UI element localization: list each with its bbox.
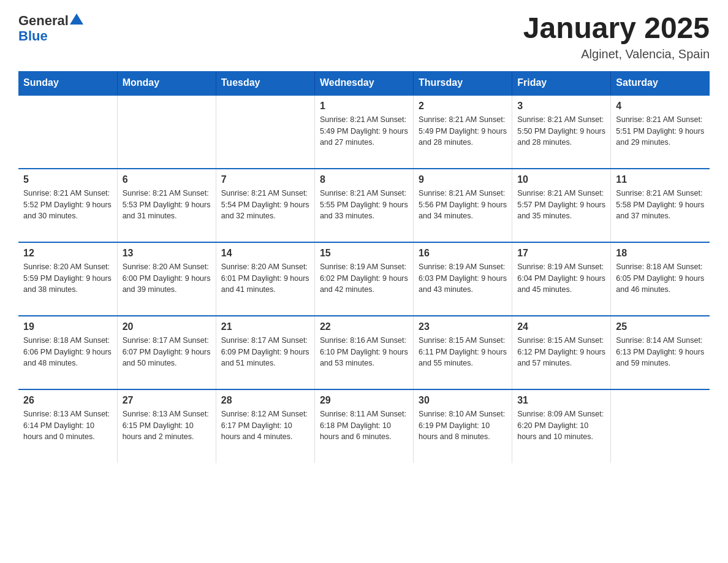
svg-marker-0 (70, 13, 83, 25)
calendar-cell: 29Sunrise: 8:11 AM Sunset: 6:18 PM Dayli… (314, 389, 413, 463)
calendar-title: January 2025 (523, 12, 710, 45)
day-info: Sunrise: 8:21 AM Sunset: 5:55 PM Dayligh… (320, 188, 408, 222)
day-number: 7 (221, 174, 309, 185)
day-number: 5 (23, 174, 112, 185)
day-number: 28 (221, 395, 309, 406)
day-number: 8 (320, 174, 408, 185)
day-info: Sunrise: 8:09 AM Sunset: 6:20 PM Dayligh… (517, 408, 605, 443)
day-info: Sunrise: 8:17 AM Sunset: 6:07 PM Dayligh… (123, 335, 211, 369)
day-info: Sunrise: 8:19 AM Sunset: 6:04 PM Dayligh… (517, 261, 605, 296)
calendar-week-row: 5Sunrise: 8:21 AM Sunset: 5:52 PM Daylig… (18, 169, 710, 242)
weekday-header-thursday: Thursday (414, 71, 512, 95)
calendar-cell: 7Sunrise: 8:21 AM Sunset: 5:54 PM Daylig… (216, 169, 314, 242)
calendar-cell: 1Sunrise: 8:21 AM Sunset: 5:49 PM Daylig… (314, 95, 413, 169)
calendar-cell: 24Sunrise: 8:15 AM Sunset: 6:12 PM Dayli… (512, 316, 611, 389)
day-info: Sunrise: 8:21 AM Sunset: 5:49 PM Dayligh… (419, 114, 507, 148)
day-info: Sunrise: 8:10 AM Sunset: 6:19 PM Dayligh… (419, 408, 507, 443)
day-number: 27 (123, 395, 211, 406)
calendar-cell (216, 95, 314, 169)
calendar-cell: 5Sunrise: 8:21 AM Sunset: 5:52 PM Daylig… (18, 169, 117, 242)
logo-blue-text: Blue (18, 28, 48, 44)
calendar-cell: 18Sunrise: 8:18 AM Sunset: 6:05 PM Dayli… (611, 242, 710, 316)
calendar-cell: 12Sunrise: 8:20 AM Sunset: 5:59 PM Dayli… (18, 242, 117, 316)
calendar-cell: 25Sunrise: 8:14 AM Sunset: 6:13 PM Dayli… (611, 316, 710, 389)
calendar-cell: 23Sunrise: 8:15 AM Sunset: 6:11 PM Dayli… (414, 316, 512, 389)
day-number: 15 (320, 248, 408, 259)
day-number: 18 (616, 248, 705, 259)
day-number: 12 (23, 248, 112, 259)
day-number: 14 (221, 248, 309, 259)
calendar-cell: 13Sunrise: 8:20 AM Sunset: 6:00 PM Dayli… (117, 242, 216, 316)
calendar-cell: 3Sunrise: 8:21 AM Sunset: 5:50 PM Daylig… (512, 95, 611, 169)
calendar-week-row: 26Sunrise: 8:13 AM Sunset: 6:14 PM Dayli… (18, 389, 710, 463)
weekday-header-tuesday: Tuesday (216, 71, 314, 95)
weekday-header-sunday: Sunday (18, 71, 117, 95)
calendar-subtitle: Alginet, Valencia, Spain (523, 47, 710, 61)
day-info: Sunrise: 8:20 AM Sunset: 5:59 PM Dayligh… (23, 261, 112, 296)
day-info: Sunrise: 8:21 AM Sunset: 5:50 PM Dayligh… (517, 114, 605, 148)
calendar-week-row: 1Sunrise: 8:21 AM Sunset: 5:49 PM Daylig… (18, 95, 710, 169)
calendar-cell: 15Sunrise: 8:19 AM Sunset: 6:02 PM Dayli… (314, 242, 413, 316)
day-number: 31 (517, 395, 605, 406)
day-number: 1 (320, 101, 408, 112)
calendar-cell: 4Sunrise: 8:21 AM Sunset: 5:51 PM Daylig… (611, 95, 710, 169)
day-number: 25 (616, 321, 705, 332)
logo-general-text: General (18, 13, 69, 29)
calendar-cell: 6Sunrise: 8:21 AM Sunset: 5:53 PM Daylig… (117, 169, 216, 242)
calendar-cell: 14Sunrise: 8:20 AM Sunset: 6:01 PM Dayli… (216, 242, 314, 316)
day-info: Sunrise: 8:15 AM Sunset: 6:12 PM Dayligh… (517, 335, 605, 369)
day-info: Sunrise: 8:13 AM Sunset: 6:14 PM Dayligh… (23, 408, 112, 443)
day-number: 30 (419, 395, 507, 406)
logo: General Blue (18, 12, 83, 43)
calendar-cell: 8Sunrise: 8:21 AM Sunset: 5:55 PM Daylig… (314, 169, 413, 242)
calendar-cell: 9Sunrise: 8:21 AM Sunset: 5:56 PM Daylig… (414, 169, 512, 242)
day-info: Sunrise: 8:21 AM Sunset: 5:54 PM Dayligh… (221, 188, 309, 222)
day-info: Sunrise: 8:21 AM Sunset: 5:56 PM Dayligh… (419, 188, 507, 222)
calendar-cell: 30Sunrise: 8:10 AM Sunset: 6:19 PM Dayli… (414, 389, 512, 463)
day-number: 26 (23, 395, 112, 406)
calendar-table: SundayMondayTuesdayWednesdayThursdayFrid… (18, 71, 710, 463)
day-number: 22 (320, 321, 408, 332)
weekday-header-wednesday: Wednesday (314, 71, 413, 95)
calendar-header-row: SundayMondayTuesdayWednesdayThursdayFrid… (18, 71, 710, 95)
day-info: Sunrise: 8:21 AM Sunset: 5:57 PM Dayligh… (517, 188, 605, 222)
weekday-header-friday: Friday (512, 71, 611, 95)
day-number: 16 (419, 248, 507, 259)
calendar-cell (18, 95, 117, 169)
calendar-cell: 16Sunrise: 8:19 AM Sunset: 6:03 PM Dayli… (414, 242, 512, 316)
day-number: 24 (517, 321, 605, 332)
page-header: General Blue January 2025 Alginet, Valen… (18, 12, 710, 61)
day-number: 19 (23, 321, 112, 332)
calendar-cell: 22Sunrise: 8:16 AM Sunset: 6:10 PM Dayli… (314, 316, 413, 389)
logo-triangle-icon (70, 12, 83, 26)
day-number: 13 (123, 248, 211, 259)
weekday-header-monday: Monday (117, 71, 216, 95)
day-info: Sunrise: 8:11 AM Sunset: 6:18 PM Dayligh… (320, 408, 408, 443)
calendar-cell: 10Sunrise: 8:21 AM Sunset: 5:57 PM Dayli… (512, 169, 611, 242)
day-number: 6 (123, 174, 211, 185)
day-info: Sunrise: 8:15 AM Sunset: 6:11 PM Dayligh… (419, 335, 507, 369)
weekday-header-saturday: Saturday (611, 71, 710, 95)
calendar-cell: 26Sunrise: 8:13 AM Sunset: 6:14 PM Dayli… (18, 389, 117, 463)
day-info: Sunrise: 8:21 AM Sunset: 5:53 PM Dayligh… (123, 188, 211, 222)
calendar-week-row: 12Sunrise: 8:20 AM Sunset: 5:59 PM Dayli… (18, 242, 710, 316)
calendar-cell: 11Sunrise: 8:21 AM Sunset: 5:58 PM Dayli… (611, 169, 710, 242)
day-number: 11 (616, 174, 705, 185)
day-info: Sunrise: 8:19 AM Sunset: 6:03 PM Dayligh… (419, 261, 507, 296)
day-info: Sunrise: 8:14 AM Sunset: 6:13 PM Dayligh… (616, 335, 705, 369)
day-info: Sunrise: 8:21 AM Sunset: 5:58 PM Dayligh… (616, 188, 705, 222)
day-info: Sunrise: 8:18 AM Sunset: 6:06 PM Dayligh… (23, 335, 112, 369)
title-block: January 2025 Alginet, Valencia, Spain (523, 12, 710, 61)
calendar-cell: 19Sunrise: 8:18 AM Sunset: 6:06 PM Dayli… (18, 316, 117, 389)
day-info: Sunrise: 8:18 AM Sunset: 6:05 PM Dayligh… (616, 261, 705, 296)
day-info: Sunrise: 8:17 AM Sunset: 6:09 PM Dayligh… (221, 335, 309, 369)
day-number: 29 (320, 395, 408, 406)
day-number: 2 (419, 101, 507, 112)
day-info: Sunrise: 8:19 AM Sunset: 6:02 PM Dayligh… (320, 261, 408, 296)
day-number: 9 (419, 174, 507, 185)
day-number: 10 (517, 174, 605, 185)
day-info: Sunrise: 8:20 AM Sunset: 6:01 PM Dayligh… (221, 261, 309, 296)
calendar-cell: 21Sunrise: 8:17 AM Sunset: 6:09 PM Dayli… (216, 316, 314, 389)
calendar-cell: 20Sunrise: 8:17 AM Sunset: 6:07 PM Dayli… (117, 316, 216, 389)
day-info: Sunrise: 8:20 AM Sunset: 6:00 PM Dayligh… (123, 261, 211, 296)
